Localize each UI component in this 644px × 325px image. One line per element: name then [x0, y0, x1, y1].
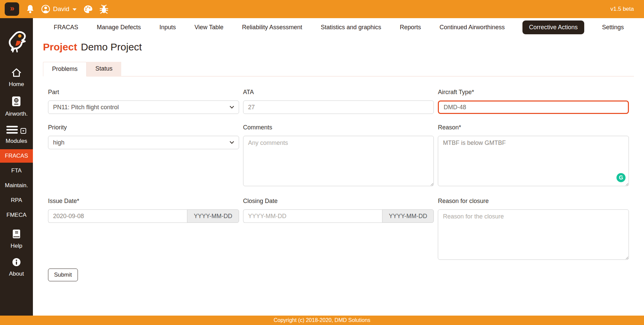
sidebar-module-fta[interactable]: FTA [0, 164, 33, 177]
closing-date-label: Closing Date [243, 198, 434, 205]
priority-label: Priority [48, 124, 239, 131]
field-closing-date: Closing Date YYYY-MM-DD [243, 198, 434, 261]
sidebar-item-airworthiness[interactable]: Airworth. [5, 96, 28, 117]
page-title: ProjectDemo Project [43, 41, 634, 53]
field-aircraft-type: Aircraft Type* [438, 89, 629, 114]
comments-label: Comments [243, 124, 434, 131]
footer: Copyright (c) 2018-2020, DMD Solutions [0, 316, 644, 325]
comments-textarea[interactable] [243, 136, 434, 186]
part-select[interactable]: PN11: Pitch flight control [48, 100, 239, 114]
nav-reports[interactable]: Reports [399, 22, 422, 33]
sidebar-home-label: Home [9, 81, 24, 88]
ata-input[interactable] [243, 100, 434, 114]
sidebar-modules-label: Modules [6, 138, 27, 145]
sidebar-airworthiness-label: Airworth. [5, 111, 28, 117]
app-version-label: v1.5 beta [610, 6, 634, 12]
nav-view-table[interactable]: View Table [194, 22, 224, 33]
tab-problems[interactable]: Problems [43, 62, 87, 77]
username: David [53, 5, 70, 13]
closing-date-format-addon: YYYY-MM-DD [382, 209, 434, 223]
closing-date-input[interactable] [243, 209, 382, 223]
theme-palette-icon[interactable] [84, 5, 93, 13]
field-ata: ATA [243, 89, 434, 114]
sidebar-help-label: Help [11, 243, 22, 249]
home-icon [11, 68, 21, 79]
issue-date-label: Issue Date* [48, 198, 239, 205]
part-label: Part [48, 89, 239, 96]
problem-form: Part PN11: Pitch flight control ATA Airc… [43, 89, 634, 261]
tab-bar: Problems Status [43, 62, 634, 77]
sidebar-toggle-button[interactable]: » [5, 2, 19, 16]
closure-reason-textarea[interactable] [438, 209, 629, 260]
hamburger-menu-icon [6, 126, 18, 135]
info-circle-icon [12, 258, 21, 268]
field-reason: Reason* MTBF is below GMTBF G [438, 124, 629, 188]
closure-reason-label: Reason for closure [438, 198, 629, 205]
help-book-icon [12, 229, 21, 240]
sidebar-item-help[interactable]: Help [11, 229, 22, 249]
nav-manage-defects[interactable]: Manage Defects [96, 22, 141, 33]
chevron-down-icon [73, 8, 77, 11]
copyright-text: Copyright (c) 2018-2020, DMD Solutions [274, 317, 370, 323]
aircraft-type-input[interactable] [438, 100, 629, 114]
sidebar-item-about[interactable]: About [9, 258, 24, 277]
sidebar-module-maintain[interactable]: Maintain. [0, 179, 33, 192]
nav-statistics-and-graphics[interactable]: Statistics and graphics [320, 22, 382, 33]
app-logo-bird-icon [6, 31, 27, 55]
sidebar-module-fracas[interactable]: FRACAS [0, 149, 33, 163]
grammarly-icon[interactable]: G [616, 173, 626, 182]
issue-date-format-addon: YYYY-MM-DD [187, 209, 239, 223]
ata-label: ATA [243, 89, 434, 96]
project-name: Demo Project [81, 41, 142, 52]
page-title-prefix: Project [43, 41, 77, 52]
top-bar: » David [0, 0, 644, 18]
notifications-bell-icon[interactable] [26, 5, 34, 14]
nav-settings[interactable]: Settings [601, 22, 625, 33]
issue-date-input[interactable] [48, 209, 187, 223]
reason-label: Reason* [438, 124, 629, 131]
priority-select[interactable]: high [48, 136, 239, 149]
user-menu[interactable]: David [41, 5, 77, 13]
sidebar-module-rpa[interactable]: RPA [0, 194, 33, 207]
debug-bug-icon[interactable] [100, 5, 108, 14]
nav-corrective-actions[interactable]: Corrective Actions [522, 21, 584, 34]
nav-continued-airworthiness[interactable]: Continued Airworthiness [439, 22, 505, 33]
nav-reliability-assessment[interactable]: Reliability Assessment [241, 22, 303, 33]
nav-inputs[interactable]: Inputs [159, 22, 177, 33]
field-issue-date: Issue Date* YYYY-MM-DD [48, 198, 239, 261]
dropdown-box-icon [20, 128, 26, 135]
field-priority: Priority high [48, 124, 239, 188]
sidebar-item-modules[interactable]: Modules [6, 126, 27, 145]
tab-status[interactable]: Status [87, 62, 121, 77]
field-comments: Comments [243, 124, 434, 188]
submit-button[interactable]: Submit [48, 269, 78, 281]
aircraft-type-label: Aircraft Type* [438, 89, 629, 96]
user-avatar-icon [41, 5, 50, 13]
module-nav: FRACAS Manage Defects Inputs View Table … [43, 18, 634, 36]
nav-fracas[interactable]: FRACAS [53, 22, 79, 33]
passport-globe-icon [12, 96, 21, 108]
sidebar-item-home[interactable]: Home [9, 68, 24, 88]
sidebar: Home Airworth. [0, 18, 33, 325]
main-content: FRACAS Manage Defects Inputs View Table … [33, 18, 644, 325]
sidebar-module-fmeca[interactable]: FMECA [0, 208, 33, 222]
field-part: Part PN11: Pitch flight control [48, 89, 239, 114]
reason-textarea[interactable]: MTBF is below GMTBF [438, 136, 629, 186]
sidebar-about-label: About [9, 271, 24, 277]
field-reason-for-closure: Reason for closure [438, 198, 629, 261]
